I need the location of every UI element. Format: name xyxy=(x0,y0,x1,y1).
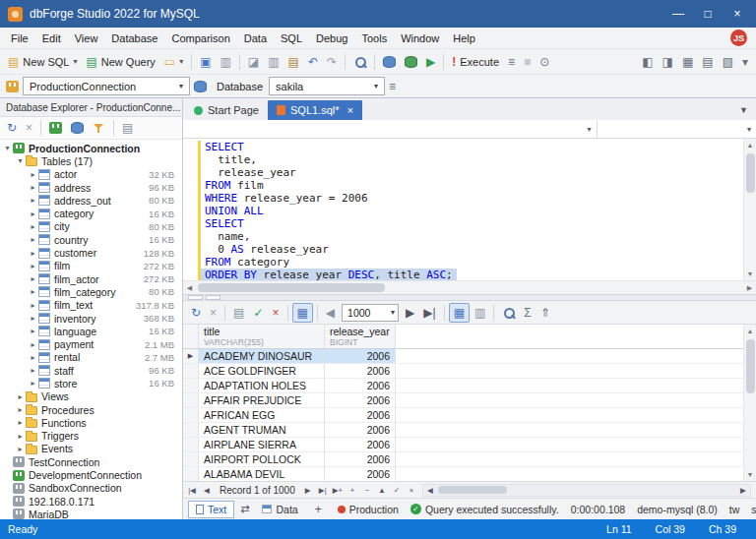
scroll-left-icon[interactable]: ◀ xyxy=(183,281,196,294)
scroll-left-icon[interactable]: ◀ xyxy=(423,483,437,498)
collapse-arrow-icon[interactable]: ▾ xyxy=(2,144,13,152)
expand-arrow-icon[interactable]: ▸ xyxy=(28,314,38,323)
tree-item-country[interactable]: ▸country16 KB xyxy=(0,233,182,246)
tree-item-developmentconnection[interactable]: DevelopmentConnection xyxy=(0,468,182,481)
new-window-icon[interactable]: ▧ xyxy=(719,51,737,73)
table-row[interactable]: AFRICAN EGG2006 xyxy=(183,408,743,423)
prev-page-icon[interactable]: ◀ xyxy=(322,302,339,324)
editor-line[interactable]: name, xyxy=(183,230,743,243)
post-record-icon[interactable]: ✓ xyxy=(390,483,404,498)
first-record-icon[interactable]: |◀ xyxy=(185,483,199,498)
redo-icon[interactable]: ↷ xyxy=(323,51,341,73)
editor-line[interactable]: ORDER BY release_year DESC, title ASC; xyxy=(183,269,743,280)
pagination-toggle-icon[interactable]: ▦ xyxy=(292,303,313,323)
member-navigation-combo[interactable]: ▾ xyxy=(598,120,756,138)
tree-item-film-category[interactable]: ▸film_category80 KB xyxy=(0,285,182,298)
row-selector[interactable] xyxy=(183,438,199,451)
tree-item-film[interactable]: ▸film272 KB xyxy=(0,260,182,272)
tree-item-address[interactable]: ▸address96 KB xyxy=(0,181,182,194)
pin-icon[interactable] xyxy=(180,100,182,114)
editor-line[interactable]: FROM category xyxy=(183,256,743,269)
minimize-icon[interactable]: — xyxy=(663,2,693,26)
tree-item-functions[interactable]: ▸Functions xyxy=(0,416,182,429)
tree-item-payment[interactable]: ▸payment2.1 MB xyxy=(0,337,182,350)
scroll-down-icon[interactable]: ▼ xyxy=(744,468,756,481)
expand-arrow-icon[interactable]: ▸ xyxy=(28,210,38,218)
expand-arrow-icon[interactable]: ▸ xyxy=(28,366,38,375)
expand-arrow-icon[interactable]: ▸ xyxy=(28,274,38,283)
copy-icon[interactable]: ▥ xyxy=(264,51,283,73)
menu-sql[interactable]: SQL xyxy=(274,30,309,47)
menu-tools[interactable]: Tools xyxy=(354,30,394,47)
last-page-icon[interactable]: ▶| xyxy=(419,302,439,324)
scrollbar-thumb[interactable] xyxy=(746,153,755,193)
card-view-icon[interactable]: ▥ xyxy=(471,302,489,324)
window-options-icon[interactable]: ▾ xyxy=(738,51,752,73)
database-options-icon[interactable]: ≡ xyxy=(389,81,396,92)
table-row[interactable]: AGENT TRUMAN2006 xyxy=(183,423,743,438)
dropdown-arrow-icon[interactable]: ▾ xyxy=(742,125,756,134)
row-selector[interactable]: ▶ xyxy=(183,349,199,363)
tree-item-procedures[interactable]: ▸Procedures xyxy=(0,403,182,416)
column-header-release-year[interactable]: release_yearBIGINT xyxy=(325,325,396,348)
expand-arrow-icon[interactable]: ▸ xyxy=(28,287,38,296)
tree-item-language[interactable]: ▸language16 KB xyxy=(0,325,182,337)
view-options-icon[interactable]: ▤ xyxy=(118,117,137,139)
splitter-handle[interactable] xyxy=(206,295,220,300)
tree-item-tables-17[interactable]: ▾Tables (17) xyxy=(0,154,182,167)
table-row[interactable]: ADAPTATION HOLES2006 xyxy=(183,379,743,393)
prev-record-icon[interactable]: ◀ xyxy=(200,483,214,498)
next-record-icon[interactable]: ▶ xyxy=(301,483,315,498)
expand-arrow-icon[interactable]: ▸ xyxy=(28,170,38,179)
row-selector[interactable] xyxy=(183,423,199,437)
maximize-icon[interactable]: □ xyxy=(693,2,723,26)
row-selector[interactable] xyxy=(183,364,199,378)
aggregates-icon[interactable]: Σ xyxy=(520,302,535,324)
scroll-down-icon[interactable]: ▼ xyxy=(744,268,756,280)
close-tab-icon[interactable]: × xyxy=(347,104,353,116)
open-file-button[interactable]: ▭▾ xyxy=(160,51,187,73)
expand-arrow-icon[interactable]: ▸ xyxy=(28,222,38,231)
new-sql-button[interactable]: ▤New SQL▾ xyxy=(4,51,81,73)
expand-arrow-icon[interactable]: ▸ xyxy=(28,301,38,310)
commit-icon[interactable]: ✓ xyxy=(249,302,267,324)
expand-arrow-icon[interactable]: ▸ xyxy=(28,327,38,335)
new-connection-icon[interactable] xyxy=(45,117,66,139)
close-icon[interactable]: × xyxy=(723,2,752,26)
stop-icon[interactable]: ■ xyxy=(520,51,535,73)
expand-arrow-icon[interactable]: ▸ xyxy=(15,418,26,427)
tree-item-productionconnection[interactable]: ▾ProductionConnection xyxy=(0,142,182,154)
tree-item-sandboxconnection[interactable]: SandboxConnection xyxy=(0,482,182,495)
menu-help[interactable]: Help xyxy=(446,30,482,47)
menu-data[interactable]: Data xyxy=(237,30,274,47)
new-query-button[interactable]: ▤New Query xyxy=(82,51,158,73)
tree-item-mariadb[interactable]: MariaDB xyxy=(0,508,182,519)
tree-item-actor[interactable]: ▸actor32 KB xyxy=(0,168,182,181)
stop-results-icon[interactable]: × xyxy=(206,302,220,324)
last-record-icon[interactable]: ▶| xyxy=(316,483,330,498)
cancel-record-icon[interactable]: × xyxy=(405,483,418,498)
menu-window[interactable]: Window xyxy=(394,30,446,47)
splitter-handle[interactable] xyxy=(188,295,203,300)
collapse-arrow-icon[interactable]: ▾ xyxy=(15,156,26,165)
cut-icon[interactable]: ◪ xyxy=(244,51,263,73)
dropdown-arrow-icon[interactable]: ▾ xyxy=(583,125,597,134)
tree-item-film-text[interactable]: ▸film_text317.8 KB xyxy=(0,299,182,312)
expand-arrow-icon[interactable]: ▸ xyxy=(15,445,26,453)
expand-arrow-icon[interactable]: ▸ xyxy=(28,183,38,192)
switch-view-icon[interactable]: ⇄ xyxy=(240,503,249,515)
table-row[interactable]: AIRPLANE SIERRA2006 xyxy=(183,438,743,452)
database-sync-icon[interactable] xyxy=(401,51,421,73)
layout-left-icon[interactable]: ◧ xyxy=(638,51,657,73)
scrollbar-thumb[interactable] xyxy=(198,283,385,292)
scroll-right-icon[interactable]: ▶ xyxy=(743,281,756,294)
row-selector[interactable] xyxy=(183,393,199,407)
tree-item-staff[interactable]: ▸staff96 KB xyxy=(0,364,182,377)
edit-record-icon[interactable]: ▲ xyxy=(375,483,389,498)
tree-item-city[interactable]: ▸city80 KB xyxy=(0,220,182,233)
layout-right-icon[interactable]: ◨ xyxy=(659,51,677,73)
row-selector[interactable] xyxy=(183,408,199,422)
text-view-tab[interactable]: Text xyxy=(188,501,234,518)
execute-settings-icon[interactable]: ≡ xyxy=(504,51,519,73)
editor-line[interactable]: FROM film xyxy=(183,179,743,192)
